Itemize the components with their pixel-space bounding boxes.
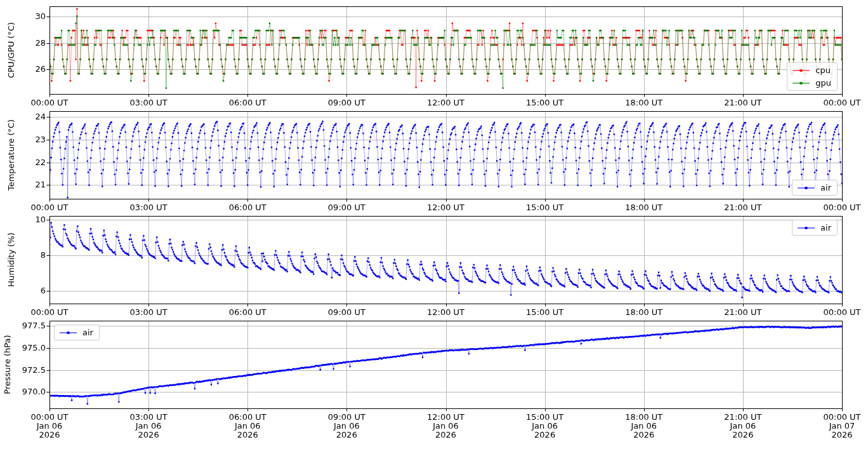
figure: CPU/GPU (°C)26283000:00 UT03:00 UT06:00 … <box>0 0 868 449</box>
plot-canvas <box>0 0 868 449</box>
